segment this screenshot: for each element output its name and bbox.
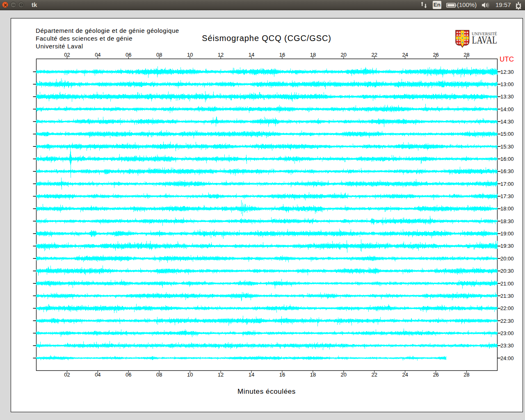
svg-text:LAVAL: LAVAL: [472, 34, 497, 46]
